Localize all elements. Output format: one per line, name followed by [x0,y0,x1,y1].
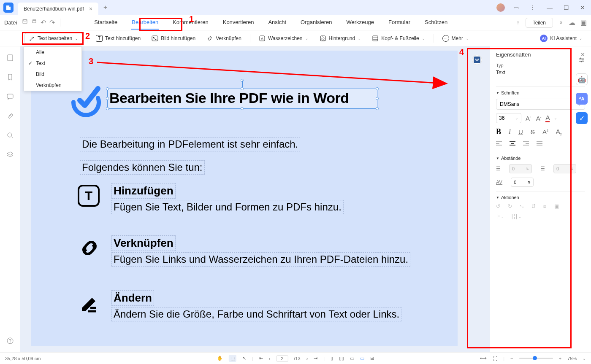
last-page-icon[interactable]: ⇥ [314,356,317,361]
tab-convert[interactable]: Konvertieren [222,16,255,30]
align-right-button[interactable] [523,140,529,148]
dropdown-link[interactable]: Verknüpfen [24,80,81,91]
char-spacing-input[interactable]: 0⇅ [511,178,534,187]
close-button[interactable]: ✕ [577,3,588,13]
document-tab[interactable]: Benutzerhandbuch-win.pdf × [18,3,98,15]
layers-icon[interactable] [6,151,14,160]
dropdown-image[interactable]: Bild [24,69,81,80]
word-export-badge[interactable]: W [472,55,482,65]
hand-tool-icon[interactable]: ✋ [217,356,223,361]
grid-view-icon[interactable]: ⊞ [370,356,374,361]
tab-tools[interactable]: Werkzeuge [346,16,375,30]
select-tool-icon[interactable]: ⬚ [229,355,236,362]
share-network-icon[interactable]: ⚬ [558,19,564,27]
decrease-font-icon[interactable]: A- [536,115,542,122]
page-input[interactable]: 2 [276,355,288,362]
help-icon[interactable]: ? [6,337,14,346]
align-justify-button[interactable] [537,140,542,148]
rotate-right-icon[interactable]: ↻ [508,203,512,209]
print-icon[interactable] [31,19,37,27]
maximize-button[interactable]: ☐ [561,3,572,13]
tab-add-button[interactable]: + [103,4,107,11]
rotate-left-icon[interactable]: ↺ [496,203,500,209]
intro-text[interactable]: Die Bearbeitung in PDFelement ist sehr e… [80,137,300,151]
superscript-button[interactable]: A2 [542,128,548,135]
bookmarks-icon[interactable] [6,73,14,83]
fullscreen-icon[interactable]: ⛶ [493,356,497,361]
dropdown-all[interactable]: Alle [24,47,81,58]
window-settings-icon[interactable]: ▭ [511,3,521,13]
selected-text-box[interactable]: Bearbeiten Sie Ihre PDF wie in Word [107,89,377,109]
tab-form[interactable]: Formular [388,16,411,30]
spacing-header[interactable]: ▼Abstände [496,156,585,161]
tab-start[interactable]: Startseite [93,16,118,30]
feat1-title[interactable]: Hinzufügen [111,183,176,199]
tab-close-icon[interactable]: × [89,5,92,12]
chevron-down-icon[interactable]: ⌄ [554,116,557,120]
prev-page-icon[interactable]: ‹ [269,356,271,361]
zoom-in-icon[interactable]: + [559,356,561,361]
attachments-icon[interactable] [6,112,14,121]
align-center-button[interactable] [510,140,515,148]
italic-button[interactable]: I [509,128,511,135]
line-spacing-input[interactable]: 0⇅ [509,164,532,173]
search-icon[interactable] [6,132,14,141]
ai-checkmark-icon[interactable]: ✓ [576,112,588,124]
flip-vertical-icon[interactable]: ⇵ [531,203,536,209]
add-image-button[interactable]: Bild hinzufügen [147,33,200,44]
cloud-icon[interactable]: ☁ [569,19,575,27]
feat1-desc[interactable]: Fügen Sie Text, Bilder und Formen zu PDF… [111,200,344,214]
ai-assistant-button[interactable]: AI KI Assistent ⌄ [536,32,587,44]
app-logo[interactable] [3,3,14,13]
header-footer-button[interactable]: Kopf- & Fußzeile ⌄ [368,33,429,44]
share-button[interactable]: Teilen [526,18,553,28]
export-icon[interactable]: ▣ [580,19,587,27]
watermark-button[interactable]: A Wasserzeichen ⌄ [255,33,313,44]
subscript-button[interactable]: A2 [556,128,562,136]
feat3-desc[interactable]: Ändern Sie die Größe, Farbe und Schrifta… [111,307,401,321]
bold-button[interactable]: B [496,127,501,136]
para-spacing-input[interactable]: 0⇅ [553,164,576,173]
lightbulb-icon[interactable]: ♀ [515,19,521,27]
background-button[interactable]: Hintergrund ⌄ [315,33,366,44]
edit-text-dropdown[interactable]: Text bearbeiten ⌄ [24,33,83,44]
redo-icon[interactable]: ↷ [49,19,55,27]
strikethrough-button[interactable]: S [531,128,535,135]
undo-icon[interactable]: ↶ [41,19,46,27]
zoom-slider[interactable] [519,358,553,359]
flip-horizontal-icon[interactable]: ⇋ [520,203,524,209]
properties-toggle-icon[interactable] [576,54,588,66]
continuous-page-icon[interactable]: ▯▯ [339,356,344,361]
window-menu-icon[interactable]: ⋮ [527,3,538,13]
tab-protect[interactable]: Schützen [424,16,448,30]
zoom-dropdown-icon[interactable]: ⌄ [583,356,586,361]
font-size-input[interactable]: 36 ⌄ [496,113,521,123]
fit-width-icon[interactable]: ⟷ [480,356,487,361]
actions-header[interactable]: ▼Aktionen [496,195,585,200]
link-button[interactable]: Verknüpfen [202,33,246,44]
zoom-out-icon[interactable]: − [510,356,513,361]
comments-icon[interactable] [6,93,14,102]
next-page-icon[interactable]: › [306,356,308,361]
tab-organize[interactable]: Organisieren [300,16,333,30]
replace-icon[interactable]: ▣ [554,203,559,209]
distribute-icon[interactable]: |╎| ⌄ [512,213,522,219]
tab-edit[interactable]: Bearbeiten [131,16,159,30]
subintro-text[interactable]: Folgendes können Sie tun: [80,160,205,175]
align-left-button[interactable] [496,140,502,148]
user-avatar[interactable] [496,3,505,12]
save-icon[interactable] [22,19,28,27]
align-objects-icon[interactable]: ╞ ⌄ [496,213,504,219]
font-select[interactable]: DMSans ⌄ [496,99,585,110]
thumbnails-icon[interactable] [6,54,14,63]
translate-icon[interactable]: ᴬA [576,93,588,105]
tab-view[interactable]: Ansicht [267,16,287,30]
feat2-desc[interactable]: Fügen Sie Links und Wasserzeichen zu Ihr… [111,252,410,267]
read-mode-icon[interactable]: ▭ [360,356,364,361]
feat2-title[interactable]: Verknüpfen [111,235,176,251]
pointer-tool-icon[interactable]: ↖ [242,356,246,361]
minimize-button[interactable]: — [544,3,555,13]
menu-file[interactable]: Datei [4,19,17,26]
add-text-button[interactable]: T Text hinzufügen [92,33,145,44]
first-page-icon[interactable]: ⇤ [259,356,263,361]
